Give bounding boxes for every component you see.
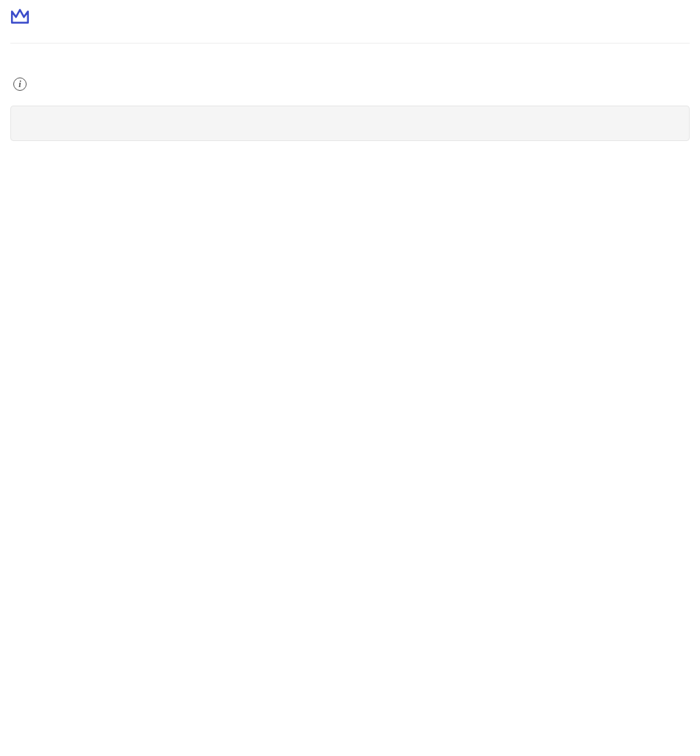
asterisk-note — [10, 78, 690, 91]
page-header — [10, 7, 690, 44]
final-score-box — [10, 106, 690, 141]
info-icon — [13, 78, 27, 91]
crown-icon — [10, 7, 30, 25]
